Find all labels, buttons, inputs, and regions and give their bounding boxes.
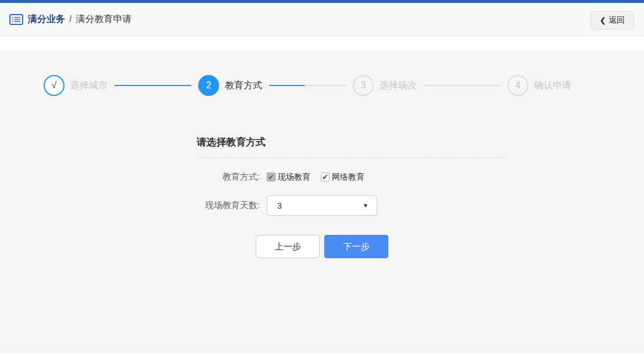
- form-title: 请选择教育方式: [196, 137, 266, 148]
- breadcrumb-module[interactable]: 满分业务: [28, 13, 65, 26]
- education-mode-label: 教育方式:: [190, 172, 260, 183]
- caret-down-icon: ▼: [363, 202, 368, 209]
- checkbox-online-label: 网络教育: [332, 172, 364, 183]
- next-step-button[interactable]: 下一步: [324, 235, 388, 258]
- breadcrumb: 满分业务 / 满分教育申请: [9, 13, 131, 26]
- header-gap: [0, 36, 644, 51]
- onsite-days-label: 现场教育天数:: [190, 200, 260, 211]
- form-actions: 上一步 下一步: [0, 235, 644, 258]
- form-title-block: 请选择教育方式: [196, 135, 506, 158]
- checkbox-checked-disabled-icon[interactable]: ✔: [267, 173, 276, 181]
- step-3-label: 选择场次: [380, 80, 417, 92]
- checkbox-checked-icon[interactable]: ✔: [321, 173, 330, 181]
- chevron-left-icon: ❮: [600, 16, 606, 24]
- onsite-days-row: 现场教育天数: 3 ▼: [190, 195, 644, 216]
- prev-step-button[interactable]: 上一步: [256, 235, 320, 258]
- onsite-days-select[interactable]: 3 ▼: [267, 195, 377, 216]
- step-education-mode: 2 教育方式: [198, 75, 262, 96]
- step-1-check-icon: √: [44, 75, 65, 96]
- bottom-strip: [0, 353, 644, 357]
- checkbox-onsite-label: 现场教育: [278, 172, 310, 183]
- breadcrumb-page: 满分教育申请: [76, 13, 131, 26]
- step-3-circle: 3: [353, 75, 374, 96]
- step-select-session: 3 选择场次: [353, 75, 417, 96]
- page-header: 满分业务 / 满分教育申请 ❮ 返回: [0, 3, 644, 36]
- step-select-city: √ 选择城市: [44, 75, 108, 96]
- step-4-label: 确认申请: [534, 80, 571, 92]
- education-mode-row: 教育方式: ✔ 现场教育 ✔ 网络教育: [190, 172, 644, 183]
- step-2-circle: 2: [198, 75, 219, 96]
- step-4-circle: 4: [507, 75, 528, 96]
- onsite-days-value: 3: [277, 201, 363, 210]
- list-icon: [9, 14, 23, 25]
- stepper-connector-2: [269, 85, 346, 86]
- stepper: √ 选择城市 2 教育方式 3 选择场次 4 确认申请: [0, 51, 644, 96]
- stepper-connector-3: [424, 85, 500, 86]
- step-2-label: 教育方式: [225, 80, 262, 92]
- checkbox-onsite-education[interactable]: ✔ 现场教育: [267, 172, 310, 183]
- main-panel: √ 选择城市 2 教育方式 3 选择场次 4 确认申请 请选择教育方式 教育方式…: [0, 51, 644, 353]
- checkbox-online-education[interactable]: ✔ 网络教育: [321, 172, 364, 183]
- back-button-label: 返回: [609, 15, 625, 26]
- stepper-connector-1: [115, 85, 191, 86]
- step-confirm-apply: 4 确认申请: [507, 75, 571, 96]
- step-1-label: 选择城市: [70, 80, 108, 92]
- form-rows: 教育方式: ✔ 现场教育 ✔ 网络教育 现场教育天数: 3 ▼: [190, 172, 644, 216]
- back-button[interactable]: ❮ 返回: [591, 11, 634, 30]
- breadcrumb-separator: /: [69, 14, 71, 24]
